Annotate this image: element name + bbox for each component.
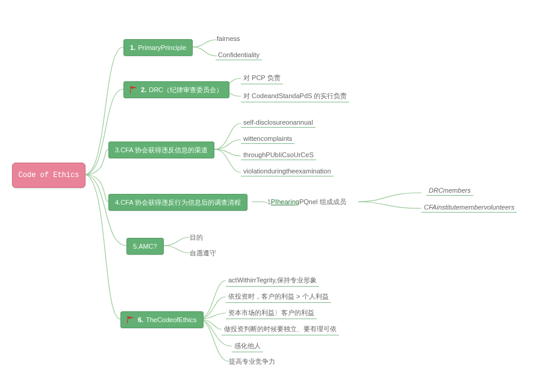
leaf-code-standards[interactable]: 对 CodeandStandaPdS 的实行负责 [241, 92, 349, 102]
branch-code-of-ethics[interactable]: 6.TheCodeofEthics [120, 311, 204, 328]
leaf-exam-violation[interactable]: violationduringtheexamination [241, 167, 334, 176]
leaf-volunteers[interactable]: CFAinstitutemembervolunteers [422, 204, 517, 213]
leaf-fairness[interactable]: fairness [217, 35, 240, 42]
leaf-pcp[interactable]: 对 PCP 负责 [241, 73, 283, 84]
leaf-drc-members[interactable]: DRCmembers [426, 187, 473, 196]
leaf-competence[interactable]: 提高专业竞争力 [229, 357, 275, 366]
leaf-confidentiality[interactable]: Confidentiality [216, 51, 262, 60]
leaf-voluntary[interactable]: 自愿遵守 [190, 249, 216, 258]
sub-hearing-panel[interactable]: -1PIhearingPQnel 组成成员 [265, 198, 346, 207]
flag-icon [130, 86, 137, 93]
leaf-public-sources[interactable]: throughPUbIiCsoUrCeS [241, 151, 316, 160]
root-node[interactable]: Code of Ethics [12, 163, 86, 188]
leaf-written-complaints[interactable]: wittencomplaints [241, 135, 294, 144]
branch-investigation-process[interactable]: 4.CFA 协会获得违反行为信息后的调查清程 [108, 194, 247, 211]
leaf-client-interest[interactable]: 依投资时，客户的利益 > 个人利益 [226, 292, 331, 303]
leaf-integrity[interactable]: actWithirrTegrity,保持专业形象 [226, 276, 319, 287]
leaf-influence[interactable]: 感化他人 [232, 341, 263, 352]
flag-icon [127, 316, 134, 323]
branch-violation-channels[interactable]: 3.CFA 协会获得违反信息的渠道 [108, 142, 214, 158]
branch-amc[interactable]: 5.AMC? [126, 238, 164, 255]
branch-drc[interactable]: 2.DRC（纪律审查委员会） [123, 81, 229, 98]
leaf-independent[interactable]: 做投资判断的时候要独立、要有理可依 [222, 325, 339, 335]
leaf-market-interest[interactable]: 资本市场的利益〉客户的利益 [226, 308, 317, 319]
branch-primary-principle[interactable]: 1.PrimaryPrinciple [123, 39, 193, 56]
leaf-purpose[interactable]: 目的 [190, 233, 203, 242]
leaf-self-disclosure[interactable]: self-disclosureonannual [241, 119, 316, 128]
